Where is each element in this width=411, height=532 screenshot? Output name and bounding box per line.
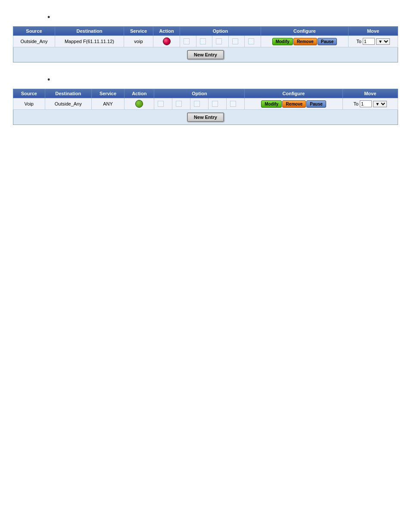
cell-opt3 (212, 36, 229, 47)
cell-configure: ModifyRemovePause (245, 98, 342, 110)
new-entry-button-2[interactable]: New Entry (187, 112, 224, 122)
section-1: • Source Destination Service Action Opti… (13, 13, 398, 62)
pause-button[interactable]: Pause (306, 100, 326, 108)
modify-button[interactable]: Modify (261, 100, 282, 108)
remove-button[interactable]: Remove (293, 38, 317, 45)
move-select[interactable]: ▼ (373, 101, 387, 107)
cell-opt5 (227, 98, 245, 110)
cell-configure: ModifyRemovePause (261, 36, 348, 47)
cell-opt1 (154, 98, 172, 110)
new-entry-row-2: New Entry (13, 110, 398, 125)
table-row: Outside_Any Mapped F(61.11.11.12) voip M… (13, 36, 398, 47)
col-move-1: Move (349, 27, 398, 36)
col-destination-2: Destination (45, 89, 91, 98)
cell-action (125, 98, 154, 110)
new-entry-row-1: New Entry (13, 47, 398, 62)
cell-opt1 (180, 36, 196, 47)
bullet-1: • (47, 13, 398, 22)
cell-service: ANY (91, 98, 124, 110)
modify-button[interactable]: Modify (272, 38, 293, 45)
cell-destination: Mapped F(61.11.11.12) (55, 36, 124, 47)
col-configure-1: Configure (261, 27, 348, 36)
cell-action (153, 36, 180, 47)
move-input[interactable] (363, 38, 375, 45)
col-action-1: Action (153, 27, 180, 36)
cell-opt2 (196, 36, 212, 47)
col-configure-2: Configure (245, 89, 342, 98)
cell-opt4 (228, 36, 245, 47)
policy-table-2: Source Destination Service Action Option… (13, 89, 398, 110)
move-select[interactable]: ▼ (376, 38, 390, 45)
cell-opt4 (209, 98, 227, 110)
col-move-2: Move (342, 89, 398, 98)
action-icon (135, 100, 143, 108)
policy-table-1: Source Destination Service Action Option… (13, 26, 398, 47)
move-input[interactable] (360, 100, 372, 107)
col-option-2: Option (154, 89, 245, 98)
col-service-2: Service (91, 89, 124, 98)
cell-opt3 (190, 98, 209, 110)
col-destination-1: Destination (55, 27, 124, 36)
page-wrapper: • Source Destination Service Action Opti… (0, 0, 411, 146)
col-option-1: Option (180, 27, 261, 36)
pause-button[interactable]: Pause (318, 38, 337, 45)
remove-button[interactable]: Remove (282, 100, 306, 108)
cell-move: To ▼ (349, 36, 398, 47)
section-2: • Source Destination Service Action Opti… (13, 75, 398, 125)
cell-source: Outside_Any (13, 36, 55, 47)
col-action-2: Action (125, 89, 154, 98)
cell-opt2 (172, 98, 190, 110)
action-icon (163, 37, 171, 45)
bullet-2: • (47, 75, 398, 84)
move-label: To (353, 101, 358, 106)
cell-service: voip (124, 36, 153, 47)
new-entry-button-1[interactable]: New Entry (187, 50, 224, 59)
table-row: Voip Outside_Any ANY ModifyRemovePause (13, 98, 398, 110)
cell-move: To ▼ (342, 98, 398, 110)
cell-source: Voip (13, 98, 45, 110)
col-source-1: Source (13, 27, 55, 36)
col-source-2: Source (13, 89, 45, 98)
cell-destination: Outside_Any (45, 98, 91, 110)
cell-opt5 (245, 36, 261, 47)
move-label: To (356, 39, 361, 44)
col-service-1: Service (124, 27, 153, 36)
